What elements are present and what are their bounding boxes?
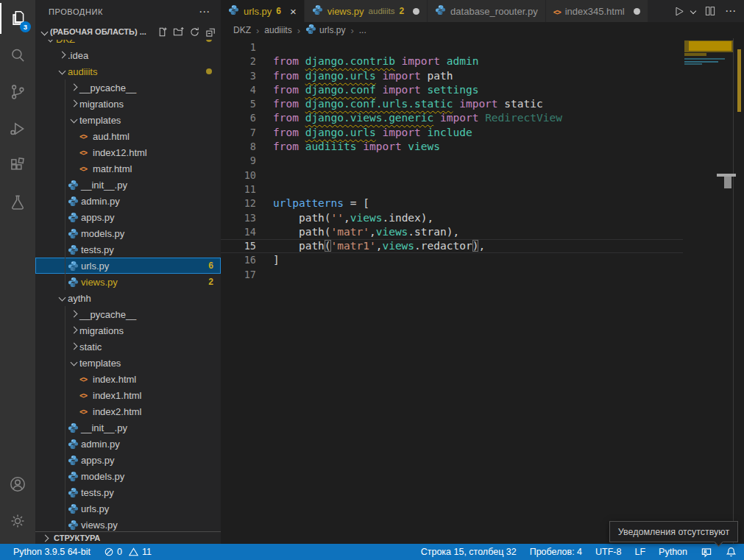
tree-item-apps-py[interactable]: apps.py (35, 452, 221, 468)
status-eol[interactable]: LF (634, 547, 645, 557)
status-language[interactable]: Python (659, 547, 687, 557)
chevron-right-icon (68, 345, 79, 349)
status-indentation[interactable]: Пробелов: 4 (530, 547, 582, 557)
run-icon[interactable] (673, 5, 685, 18)
tree-item-audiiits[interactable]: audiiits (35, 63, 221, 79)
tree-item-admin-py[interactable]: admin.py (35, 193, 221, 209)
new-file-icon[interactable] (157, 26, 168, 38)
search-icon[interactable] (0, 37, 35, 74)
tree-item-index1-html[interactable]: <>index1.html (35, 387, 221, 403)
tree-item-admin-py[interactable]: admin.py (35, 436, 221, 452)
source-control-icon[interactable] (0, 74, 35, 110)
testing-icon[interactable] (0, 184, 35, 221)
collapse-all-icon[interactable] (205, 26, 216, 38)
tree-item-templates[interactable]: templates (35, 355, 221, 371)
split-editor-icon[interactable] (704, 5, 716, 17)
tree-item-index12-html[interactable]: <>index12.html (35, 144, 221, 160)
more-actions-icon[interactable]: ⋯ (199, 5, 210, 18)
breadcrumb-item[interactable]: DKZ (233, 25, 251, 35)
indent-guide (65, 403, 65, 419)
editor-tab-index345-html[interactable]: <>index345.html (546, 0, 648, 22)
tree-item--pycache-[interactable]: __pycache__ (35, 306, 221, 322)
tree-item-index-html[interactable]: <>index.html (35, 371, 221, 387)
account-icon[interactable] (0, 466, 35, 503)
tree-item-dkz[interactable]: DKZ (35, 40, 221, 47)
tree-item--init-py[interactable]: __init__.py (35, 419, 221, 436)
tree-item-migrations[interactable]: migrations (35, 96, 221, 112)
python-icon (228, 4, 239, 15)
tree-item-label: tests.py (81, 244, 114, 255)
editor-tab-views-py[interactable]: views.pyaudiiits2 (305, 0, 428, 22)
code-text: path('',views.index), (273, 212, 433, 224)
code-line: 1 (221, 40, 683, 54)
tree-item-apps-py[interactable]: apps.py (35, 209, 221, 225)
minimap[interactable] (683, 38, 734, 544)
tree-item-aud-html[interactable]: <>aud.html (35, 128, 221, 144)
tree-item--init-py[interactable]: __init__.py (35, 177, 221, 193)
overview-ruler[interactable] (733, 38, 744, 544)
tree-item-urls-py[interactable]: urls.py6 (35, 258, 221, 274)
tree-item-migrations[interactable]: migrations (35, 322, 221, 339)
code-token: from (273, 98, 299, 110)
python-icon (435, 4, 446, 18)
bell-icon[interactable] (726, 546, 737, 558)
tree-item-models-py[interactable]: models.py (35, 225, 221, 241)
chevron-right-icon (68, 313, 79, 316)
refresh-icon[interactable] (189, 26, 200, 38)
tree-item-views-py[interactable]: views.py (35, 517, 221, 531)
extensions-icon[interactable] (0, 147, 35, 184)
code-editor[interactable]: 12from django.contrib import admin3from … (221, 38, 683, 544)
editor-body: 12from django.contrib import admin3from … (221, 38, 744, 544)
tree-item-index2-html[interactable]: <>index2.html (35, 403, 221, 419)
status-cursor-position[interactable]: Строка 15, столбец 32 (421, 547, 517, 557)
more-editor-actions-icon[interactable]: ⋯ (725, 4, 737, 18)
breadcrumb-item[interactable]: urls.py (305, 24, 345, 37)
chevron-right-icon (42, 534, 49, 542)
indent-guide (65, 355, 65, 371)
status-python-version[interactable]: Python 3.9.5 64-bit (13, 547, 91, 557)
tree-item--idea[interactable]: .idea (35, 47, 221, 63)
dirty-dot-icon[interactable] (413, 8, 419, 15)
run-dropdown-icon[interactable] (690, 8, 696, 14)
status-encoding[interactable]: UTF-8 (595, 547, 621, 557)
python-icon (68, 212, 81, 223)
tree-item-templates[interactable]: templates (35, 112, 221, 128)
breadcrumb-item[interactable]: audiiits (264, 25, 291, 35)
tree-item-aythh[interactable]: aythh (35, 290, 221, 306)
line-number: 8 (221, 140, 256, 154)
status-problems[interactable]: 0 11 (104, 547, 152, 557)
tree-item-views-py[interactable]: views.py2 (35, 274, 221, 290)
tree-item-tests-py[interactable]: tests.py (35, 484, 221, 500)
line-number: 10 (221, 169, 256, 182)
close-icon[interactable]: × (290, 6, 297, 17)
outline-section-header[interactable]: СТРУКТУРА (35, 531, 221, 544)
code-token (357, 141, 364, 152)
tree-item-static[interactable]: static (35, 339, 221, 355)
code-token: django.contrib (305, 55, 395, 67)
dirty-dot-icon[interactable] (634, 8, 640, 15)
editor-tab-urls-py[interactable]: urls.py6× (221, 0, 305, 22)
tree-item-label: __init__.py (81, 422, 127, 433)
indent-guide (65, 339, 65, 355)
workspace-section-header[interactable]: (РАБОЧАЯ ОБЛАСТЬ) ... (35, 24, 221, 40)
breadcrumb-item[interactable]: ... (359, 25, 366, 35)
explorer-icon[interactable]: 3 (0, 0, 35, 37)
tree-item-urls-py[interactable]: urls.py (35, 500, 221, 517)
tree-item-label: urls.py (81, 503, 109, 514)
editor-tab-database-roouter-py[interactable]: database_roouter.py (428, 0, 546, 22)
tree-item-models-py[interactable]: models.py (35, 468, 221, 484)
tree-item--pycache-[interactable]: __pycache__ (35, 79, 221, 96)
tree-item-tests-py[interactable]: tests.py (35, 241, 221, 258)
new-folder-icon[interactable] (173, 26, 184, 38)
python-icon (68, 180, 79, 191)
run-debug-icon[interactable] (0, 110, 35, 147)
python-icon (68, 471, 79, 482)
html-icon: <> (79, 408, 87, 416)
settings-gear-icon[interactable] (0, 503, 35, 539)
feedback-icon[interactable] (701, 547, 712, 558)
scrollbar-handle[interactable] (724, 177, 731, 188)
python-icon (68, 503, 79, 514)
code-token: django.urls (305, 70, 376, 82)
tree-item-label: models.py (81, 471, 124, 482)
tree-item-matr-html[interactable]: <>matr.html (35, 160, 221, 177)
